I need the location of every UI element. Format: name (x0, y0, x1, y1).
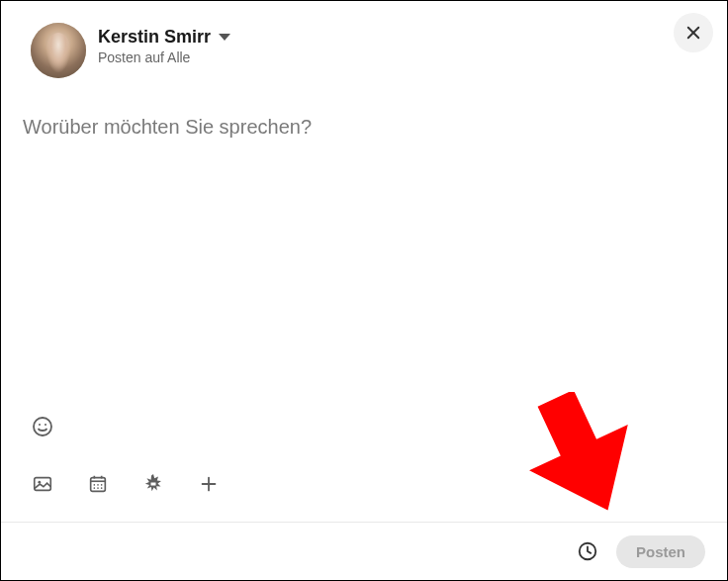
svg-point-2 (34, 418, 51, 436)
svg-point-6 (38, 481, 41, 484)
plus-icon (198, 473, 220, 495)
add-event-button[interactable] (78, 464, 118, 504)
svg-point-3 (39, 424, 41, 426)
close-button[interactable] (674, 13, 713, 52)
emoji-icon (31, 415, 54, 438)
emoji-row (23, 407, 705, 446)
user-name: Kerstin Smirr (98, 27, 211, 48)
media-row (23, 464, 705, 504)
svg-point-4 (45, 424, 46, 426)
post-compose-modal: Kerstin Smirr Posten auf Alle (1, 1, 727, 580)
post-visibility-label: Posten auf Alle (98, 49, 230, 65)
compose-input[interactable] (23, 116, 705, 397)
user-name-row[interactable]: Kerstin Smirr (98, 27, 230, 48)
chevron-down-icon[interactable] (219, 34, 230, 41)
toolbar (1, 407, 727, 522)
avatar[interactable] (31, 23, 86, 78)
calendar-icon (87, 473, 109, 495)
user-meta: Kerstin Smirr Posten auf Alle (98, 23, 230, 65)
close-icon (684, 24, 702, 42)
add-more-button[interactable] (189, 464, 228, 504)
post-button[interactable]: Posten (616, 535, 705, 568)
compose-area (1, 88, 727, 407)
modal-footer: Posten (1, 522, 727, 580)
image-icon (32, 473, 53, 495)
emoji-button[interactable] (23, 407, 62, 446)
modal-header: Kerstin Smirr Posten auf Alle (1, 1, 727, 88)
add-image-button[interactable] (23, 464, 62, 504)
clock-icon (577, 540, 598, 562)
schedule-button[interactable] (571, 534, 604, 568)
starburst-icon (141, 472, 165, 496)
add-celebration-button[interactable] (134, 464, 173, 504)
svg-rect-17 (151, 483, 156, 486)
